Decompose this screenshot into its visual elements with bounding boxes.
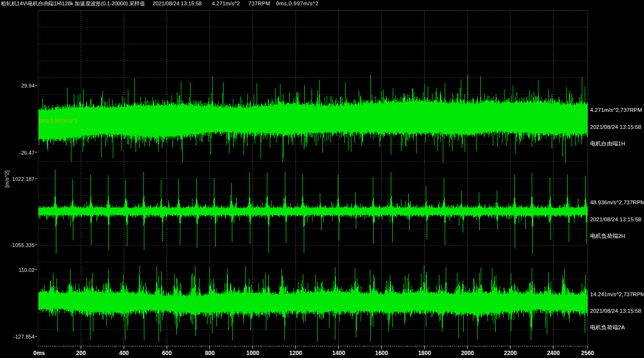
svg-text:0ms,0.997m/s^2: 0ms,0.997m/s^2 <box>38 118 77 124</box>
